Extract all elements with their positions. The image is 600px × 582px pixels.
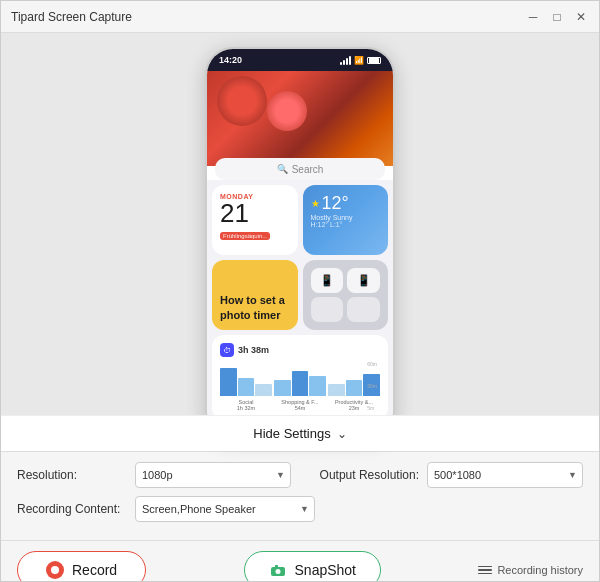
calendar-event: Frühlingsäquin... <box>220 232 270 240</box>
signal-bar-4 <box>349 56 351 65</box>
controls-widget: 📱 📱 <box>303 260 389 330</box>
ctrl-btn-4 <box>347 297 380 322</box>
phone-mockup: 14:20 📶 🔍 Search <box>205 47 395 437</box>
app-title: Tipard Screen Capture <box>11 10 525 24</box>
status-time: 14:20 <box>219 55 242 65</box>
history-label: Recording history <box>497 564 583 576</box>
snapshot-label: SnapShot <box>295 562 357 578</box>
star-icon: ★ <box>311 198 320 209</box>
menu-icon <box>478 566 492 575</box>
recording-content-label: Recording Content: <box>17 502 127 516</box>
settings-panel: Resolution: 1080p 720p 480p ▼ Output Res… <box>1 451 599 540</box>
window-controls: ─ □ ✕ <box>525 9 589 25</box>
photo-timer-text: How to set a photo timer <box>220 293 290 322</box>
bottom-buttons: Record SnapShot Recording history <box>1 540 599 582</box>
minimize-button[interactable]: ─ <box>525 9 541 25</box>
bar-chart <box>220 361 380 396</box>
settings-row-resolution: Resolution: 1080p 720p 480p ▼ Output Res… <box>17 462 583 488</box>
output-resolution-select-wrapper[interactable]: 500*1080 1080*1920 720*1280 ▼ <box>427 462 583 488</box>
ctrl-btn-1: 📱 <box>311 268 344 293</box>
bar-social-2 <box>238 378 255 396</box>
widget-grid: MONDAY 21 Frühlingsäquin... ★ 12° Mostly… <box>207 180 393 425</box>
output-resolution-select[interactable]: 500*1080 1080*1920 720*1280 <box>427 462 583 488</box>
calendar-widget: MONDAY 21 Frühlingsäquin... <box>212 185 298 255</box>
screentime-total: 3h 38m <box>238 345 269 355</box>
recording-content-select[interactable]: Screen,Phone Speaker Screen Only Screen,… <box>135 496 315 522</box>
bar-shop-2 <box>292 371 309 396</box>
screentime-header: ⏱ 3h 38m <box>220 343 380 357</box>
phone-hero-image <box>207 71 393 166</box>
chart-axis: 60m 30m 5m <box>367 361 377 411</box>
recording-content-select-wrapper[interactable]: Screen,Phone Speaker Screen Only Screen,… <box>135 496 315 522</box>
search-placeholder: Search <box>292 164 324 175</box>
snapshot-button[interactable]: SnapShot <box>244 551 382 582</box>
menu-line-2 <box>478 569 492 571</box>
calendar-day-number: 21 <box>220 200 290 226</box>
record-dot-icon <box>46 561 64 579</box>
menu-line-1 <box>478 566 492 568</box>
axis-30m: 30m <box>367 383 377 389</box>
bar-label-shopping: Shopping & F...54m <box>274 399 326 411</box>
bar-group-social <box>220 368 272 396</box>
status-right: 📶 <box>340 56 381 65</box>
axis-60m: 60m <box>367 361 377 367</box>
bar-group-shopping <box>274 371 326 396</box>
bar-social-3 <box>255 384 272 396</box>
screentime-widget: ⏱ 3h 38m <box>212 335 388 420</box>
photo-timer-widget: How to set a photo timer <box>212 260 298 330</box>
settings-row-content: Recording Content: Screen,Phone Speaker … <box>17 496 583 522</box>
ctrl-btn-3 <box>311 297 344 322</box>
weather-condition: Mostly Sunny <box>311 214 381 221</box>
bar-prod-1 <box>328 384 345 396</box>
phone-status-bar: 14:20 📶 <box>207 49 393 71</box>
title-bar: Tipard Screen Capture ─ □ ✕ <box>1 1 599 33</box>
camera-icon <box>269 561 287 579</box>
phone-search-bar[interactable]: 🔍 Search <box>215 158 385 180</box>
record-label: Record <box>72 562 117 578</box>
bar-shop-1 <box>274 380 291 396</box>
signal-bar-2 <box>343 60 345 65</box>
menu-line-3 <box>478 573 492 575</box>
chevron-down-icon: ⌄ <box>337 427 347 441</box>
close-button[interactable]: ✕ <box>573 9 589 25</box>
hide-settings-label: Hide Settings <box>253 426 330 441</box>
resolution-select-wrapper[interactable]: 1080p 720p 480p ▼ <box>135 462 291 488</box>
resolution-select[interactable]: 1080p 720p 480p <box>135 462 291 488</box>
resolution-label: Resolution: <box>17 468 127 482</box>
main-content: 14:20 📶 🔍 Search <box>1 33 599 451</box>
bar-social-1 <box>220 368 237 396</box>
maximize-button[interactable]: □ <box>549 9 565 25</box>
wifi-icon: 📶 <box>354 56 364 65</box>
battery-icon <box>367 57 381 64</box>
recording-history-button[interactable]: Recording history <box>478 564 583 576</box>
record-button[interactable]: Record <box>17 551 146 582</box>
signal-bar-3 <box>346 58 348 65</box>
weather-hi-lo: H:12° L:1° <box>311 221 381 228</box>
hide-settings-bar[interactable]: Hide Settings ⌄ <box>1 415 599 451</box>
ctrl-btn-2: 📱 <box>347 268 380 293</box>
record-dot-inner <box>51 566 59 574</box>
weather-widget: ★ 12° Mostly Sunny H:12° L:1° <box>303 185 389 255</box>
svg-point-1 <box>275 569 280 574</box>
bar-shop-3 <box>309 376 326 396</box>
output-resolution-label: Output Resolution: <box>299 468 419 482</box>
bar-labels: Social1h 32m Shopping & F...54m Producti… <box>220 399 380 411</box>
svg-rect-2 <box>275 565 278 567</box>
search-icon: 🔍 <box>277 164 288 174</box>
signal-bar-1 <box>340 62 342 65</box>
bar-prod-2 <box>346 380 363 396</box>
screentime-icon: ⏱ <box>220 343 234 357</box>
signal-bars <box>340 56 351 65</box>
axis-5m: 5m <box>367 405 377 411</box>
weather-temp: 12° <box>322 193 349 214</box>
bar-label-social: Social1h 32m <box>220 399 272 411</box>
